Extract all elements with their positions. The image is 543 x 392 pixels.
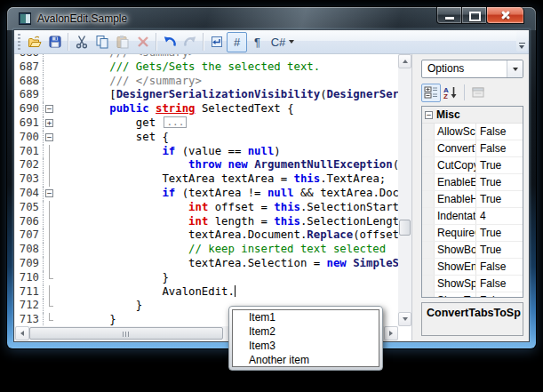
property-value[interactable]: True: [476, 174, 523, 190]
property-indent-strip: [422, 191, 435, 207]
paste-button[interactable]: [112, 32, 132, 52]
property-grid[interactable]: −MiscAllowScrollBelowDocumentFalseConver…: [421, 106, 523, 298]
completion-item[interactable]: Another item: [233, 353, 379, 367]
combobox-dropdown-button[interactable]: [507, 60, 523, 77]
category-collapse-icon[interactable]: −: [425, 111, 433, 119]
toolbar-grip[interactable]: [18, 34, 20, 50]
fold-line: [49, 158, 50, 172]
fold-expand-icon[interactable]: +: [45, 119, 53, 127]
property-value[interactable]: True: [476, 242, 523, 258]
code-text: }: [57, 271, 398, 285]
alphabetical-sort-button[interactable]: A Z: [441, 84, 460, 102]
scroll-right-button[interactable]: [384, 326, 398, 340]
text-region[interactable]: 686 /// <summary>687 /// Gets/Sets the s…: [15, 54, 398, 326]
collapsed-fold-box[interactable]: ...: [164, 116, 187, 128]
maximize-button[interactable]: [462, 7, 486, 24]
code-editor[interactable]: 686 /// <summary>687 /// Gets/Sets the s…: [15, 54, 412, 340]
code-text: /// <summary>: [57, 54, 398, 60]
property-value[interactable]: True: [476, 225, 523, 241]
fold-collapse-icon[interactable]: −: [45, 133, 53, 141]
property-value[interactable]: False: [476, 276, 523, 292]
fold-margin-cell: [44, 60, 57, 75]
text-caret: [235, 285, 236, 297]
code-segment: /// <summary>: [57, 54, 195, 59]
toolbar-overflow-button[interactable]: [516, 31, 528, 52]
code-text: [DesignerSerializationVisibility(Designe…: [57, 88, 398, 102]
save-button[interactable]: [44, 32, 65, 52]
property-value[interactable]: False: [476, 140, 523, 156]
vertical-scroll-thumb[interactable]: [399, 220, 411, 236]
fold-line: [49, 201, 50, 215]
completion-item[interactable]: Item2: [233, 324, 379, 339]
scroll-left-button[interactable]: [15, 326, 29, 340]
fold-line: [49, 243, 50, 257]
categorized-button[interactable]: [421, 84, 441, 102]
code-segment: this: [274, 201, 300, 213]
property-value[interactable]: False: [476, 259, 523, 275]
property-indent-strip: [422, 140, 435, 156]
property-row[interactable]: EnableHyperlinksTrue: [422, 191, 523, 208]
code-segment: }: [57, 313, 116, 325]
property-value[interactable]: False: [476, 124, 523, 140]
code-line: 689 [DesignerSerializationVisibility(Des…: [15, 88, 398, 102]
scroll-down-button[interactable]: [398, 312, 411, 326]
code-segment: if: [162, 145, 175, 157]
code-segment: new: [228, 158, 248, 171]
line-number: 709: [15, 257, 44, 271]
undo-button[interactable]: [159, 32, 180, 52]
code-text: set {: [57, 131, 398, 145]
property-value[interactable]: False: [476, 292, 523, 298]
code-segment: [57, 201, 188, 213]
fold-margin-cell: −: [44, 131, 57, 145]
code-text: if (textArea != null && textArea.Docume: [57, 187, 398, 201]
completion-item[interactable]: Item3: [233, 339, 379, 353]
property-indent-strip: [422, 259, 435, 275]
fold-collapse-icon[interactable]: −: [45, 189, 53, 197]
property-row[interactable]: ShowEndOfLineFalse: [422, 259, 523, 276]
completion-item[interactable]: Item1: [233, 310, 379, 324]
property-value[interactable]: True: [476, 191, 523, 207]
show-line-numbers-button[interactable]: #: [227, 32, 247, 52]
property-row[interactable]: RequireControlModifierForHyperlinkClickT…: [422, 225, 523, 242]
property-row[interactable]: ShowTabsFalse: [422, 292, 523, 298]
line-number: 690: [15, 102, 44, 116]
delete-button[interactable]: [132, 32, 153, 52]
app-window: AvalonEdit.Sample: [7, 7, 536, 348]
property-row[interactable]: CutCopyWholeLineTrue: [422, 157, 523, 174]
cut-button[interactable]: [71, 32, 92, 52]
fold-collapse-icon[interactable]: −: [45, 105, 53, 113]
property-row[interactable]: IndentationSize4: [422, 208, 523, 225]
fold-line: [49, 228, 50, 243]
copy-button[interactable]: [92, 32, 112, 52]
horizontal-scroll-thumb[interactable]: [29, 327, 223, 340]
property-pages-button[interactable]: [468, 84, 488, 102]
code-text: textArea.Document.Replace(offset, l: [57, 228, 398, 243]
property-row[interactable]: AllowScrollBelowDocumentFalse: [422, 124, 523, 140]
property-row[interactable]: ShowSpacesFalse: [422, 276, 523, 292]
property-value[interactable]: 4: [476, 208, 523, 224]
completion-list[interactable]: Item1Item2Item3Another item: [232, 309, 379, 367]
open-button[interactable]: [24, 32, 44, 52]
property-row[interactable]: ShowBoxForControlCharactersTrue: [422, 242, 523, 259]
minimize-button[interactable]: [436, 7, 462, 24]
syntax-mode-dropdown[interactable]: C#: [268, 32, 298, 52]
scroll-up-button[interactable]: [398, 54, 411, 68]
property-row[interactable]: EnableEmailHyperlinksTrue: [422, 174, 523, 191]
line-number: 700: [15, 131, 44, 145]
property-indent-strip: [422, 174, 435, 190]
word-wrap-button[interactable]: [206, 32, 227, 52]
code-text: int offset = this.SelectionStart;: [57, 201, 398, 215]
property-value[interactable]: True: [476, 157, 523, 173]
property-name: ShowEndOfLine: [435, 259, 476, 275]
redo-button[interactable]: [180, 32, 200, 52]
property-category-row[interactable]: −Misc: [422, 107, 523, 124]
fold-end-icon: [49, 299, 53, 307]
property-row[interactable]: ConvertTabsToSpacesFalse: [422, 140, 523, 157]
property-name: IndentationSize: [435, 208, 476, 224]
code-segment: SimpleSele: [353, 257, 398, 269]
line-number: 703: [15, 172, 44, 187]
vertical-scrollbar[interactable]: [398, 54, 411, 326]
show-formatting-button[interactable]: ¶: [247, 32, 268, 52]
options-combobox[interactable]: Options: [421, 60, 523, 78]
close-button[interactable]: [486, 7, 524, 24]
